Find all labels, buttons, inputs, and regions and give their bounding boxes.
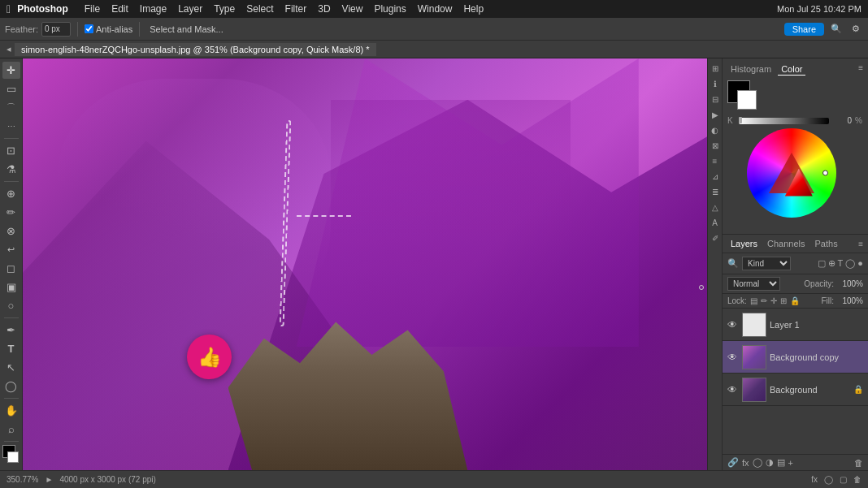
nav-panel-icon[interactable]: ⊟	[709, 93, 722, 106]
k-slider[interactable]	[739, 118, 829, 124]
feather-input[interactable]	[41, 22, 71, 37]
menu-select[interactable]: Select	[241, 3, 278, 15]
adjustments-icon[interactable]: ◐	[709, 123, 722, 136]
share-button[interactable]: Share	[784, 23, 824, 36]
menu-plugins[interactable]: Plugins	[369, 3, 410, 15]
settings-button[interactable]: ⚙	[848, 22, 863, 36]
apple-logo[interactable]: 	[7, 2, 11, 15]
dodge-tool[interactable]: ○	[2, 297, 20, 314]
info-panel-icon[interactable]: ℹ	[709, 77, 722, 90]
background-color-swatch[interactable]	[7, 451, 19, 463]
hand-tool[interactable]: ✋	[2, 402, 20, 419]
lock-pixels-icon[interactable]: ✏	[761, 296, 767, 305]
layer-visibility-eye[interactable]: 👁	[727, 384, 739, 395]
layer-name: Layer 1	[770, 320, 863, 330]
blend-mode-select[interactable]: Normal Multiply Screen	[727, 277, 780, 291]
layers-panel-opts: ≡	[858, 240, 863, 248]
pen-tool[interactable]: ✒	[2, 322, 20, 339]
lock-artboard-icon[interactable]: ⊞	[780, 296, 787, 305]
healing-tool[interactable]: ⊕	[2, 185, 20, 202]
pixel-filter-icon[interactable]: ▢	[818, 258, 826, 269]
shape-filter-icon[interactable]: ◯	[845, 258, 855, 269]
type-filter-icon[interactable]: T	[838, 258, 844, 269]
type-tool[interactable]: T	[2, 340, 20, 357]
layers-tab[interactable]: Layers	[727, 238, 761, 249]
antialias-label: Anti-alias	[85, 24, 132, 34]
gradient-tool[interactable]: ▣	[2, 279, 20, 296]
clone-stamp-tool[interactable]: ⊗	[2, 222, 20, 240]
libraries-icon[interactable]: ≡	[709, 154, 722, 167]
zoom-tool[interactable]: ⌕	[2, 421, 20, 438]
document-tab[interactable]: simon-english-48nerZQCHgo-unsplash.jpg @…	[15, 43, 376, 56]
crop-tool[interactable]: ⊡	[2, 142, 20, 159]
add-mask-button[interactable]: ◯	[753, 457, 762, 468]
toolbar-sep-2	[139, 22, 140, 37]
eraser-tool[interactable]: ◻	[2, 260, 20, 277]
menu-help[interactable]: Help	[458, 3, 488, 15]
adjust-filter-icon[interactable]: ⊕	[828, 258, 835, 269]
add-fx-button[interactable]: fx	[742, 458, 749, 468]
fx-button[interactable]: fx	[811, 475, 818, 484]
delete-button[interactable]: 🗑	[853, 475, 861, 484]
color-wheel-dot[interactable]	[822, 171, 828, 176]
lock-position-icon[interactable]: ✛	[770, 296, 777, 305]
layers-tabs: Layers Channels Paths ≡	[723, 235, 868, 253]
path-select-tool[interactable]: ↖	[2, 359, 20, 376]
color-wheel[interactable]	[747, 128, 836, 218]
opacity-value: 100%	[837, 279, 863, 288]
menu-filter[interactable]: Filter	[280, 3, 312, 15]
select-mask-button[interactable]: Select and Mask...	[146, 23, 227, 36]
paths-side-icon[interactable]: △	[709, 201, 722, 214]
move-tool[interactable]: ✛	[2, 62, 20, 79]
styles-icon[interactable]: ⊠	[709, 139, 722, 152]
delete-layer-button[interactable]: 🗑	[854, 458, 863, 468]
menu-window[interactable]: Window	[413, 3, 458, 15]
history-brush-tool[interactable]: ↩	[2, 241, 20, 258]
menu-layer[interactable]: Layer	[173, 3, 207, 15]
layer-item[interactable]: 👁 Layer 1	[723, 309, 868, 341]
eyedropper-tool[interactable]: ⚗	[2, 161, 20, 178]
antialias-checkbox[interactable]	[85, 24, 93, 33]
paths-tab[interactable]: Paths	[812, 238, 841, 249]
channels-icon[interactable]: ≣	[709, 185, 722, 198]
menu-3d[interactable]: 3D	[313, 3, 335, 15]
adjustment-layer-button[interactable]: ◑	[766, 457, 774, 468]
layer-visibility-eye[interactable]: 👁	[727, 352, 739, 363]
properties-icon[interactable]: ⊿	[709, 170, 722, 183]
menu-image[interactable]: Image	[135, 3, 171, 15]
layers-footer: 🔗 fx ◯ ◑ ▤ + 🗑	[723, 454, 868, 470]
color-panel-menu[interactable]: ≡	[858, 63, 863, 76]
new-group-button[interactable]: ▤	[777, 457, 785, 468]
brush-settings-icon[interactable]: ✐	[709, 231, 722, 244]
layer-visibility-eye[interactable]: 👁	[727, 319, 739, 330]
smart-filter-icon[interactable]: ●	[857, 258, 863, 269]
object-select-tool[interactable]: ⋯	[2, 118, 20, 135]
glyphs-icon[interactable]: A	[709, 216, 722, 229]
mask-button[interactable]: ◯	[824, 475, 833, 484]
layer-item[interactable]: 👁 Background copy	[723, 341, 868, 374]
channels-tab[interactable]: Channels	[764, 238, 808, 249]
new-layer-button[interactable]: +	[788, 458, 793, 468]
menu-type[interactable]: Type	[209, 3, 240, 15]
histogram-tab[interactable]: Histogram	[727, 63, 775, 76]
rectangle-select-tool[interactable]: ▭	[2, 80, 20, 97]
layer-item[interactable]: 👁 Background 🔒	[723, 374, 868, 406]
histogram-panel-icon[interactable]: ⊞	[709, 62, 722, 75]
brush-tool[interactable]: ✏	[2, 204, 20, 221]
actions-icon[interactable]: ▶	[709, 108, 722, 121]
opacity-label: Opacity:	[804, 279, 834, 288]
menu-file[interactable]: File	[80, 3, 105, 15]
lock-transparent-icon[interactable]: ▤	[750, 296, 757, 305]
layer-kind-select[interactable]: Kind Name Effect	[742, 257, 791, 270]
shapes-tool[interactable]: ◯	[2, 378, 20, 395]
menu-view[interactable]: View	[337, 3, 368, 15]
lock-all-icon[interactable]: 🔒	[790, 296, 800, 305]
new-item-button[interactable]: ▢	[840, 475, 847, 484]
menu-edit[interactable]: Edit	[106, 3, 133, 15]
search-button[interactable]: 🔍	[827, 22, 845, 36]
link-layers-button[interactable]: 🔗	[727, 457, 739, 468]
layers-panel-menu[interactable]: ≡	[858, 240, 863, 248]
lasso-tool[interactable]: ⌒	[2, 99, 20, 116]
color-tab[interactable]: Color	[778, 63, 805, 76]
background-color[interactable]	[737, 90, 757, 110]
